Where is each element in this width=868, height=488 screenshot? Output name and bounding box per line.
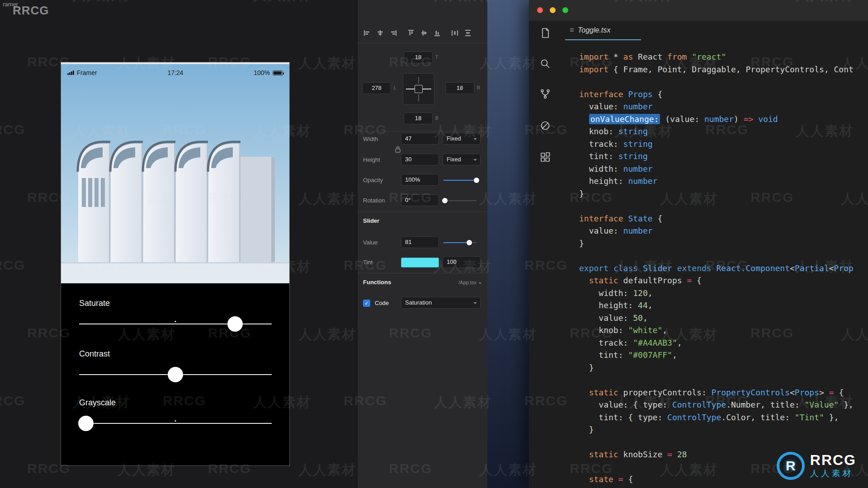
file-icon[interactable] [539,27,551,39]
code-line[interactable]: } [579,237,868,250]
axis-right-label: R [477,85,480,90]
distribute-horizontal-icon[interactable] [451,29,459,37]
code-line[interactable]: height: number [579,175,868,188]
code-line[interactable]: interface Props { [579,88,868,101]
position-bottom-input[interactable]: 18 [404,113,433,124]
code-line[interactable]: interface State { [579,212,868,225]
functions-file-select[interactable]: /App.tsx [458,280,482,285]
tint-label: Tint [363,256,373,269]
value-input[interactable]: 81 [401,236,439,248]
vscode-titlebar [529,0,868,21]
code-line[interactable]: import { Frame, Point, Draggable, Proper… [579,63,868,76]
extensions-icon[interactable] [539,151,551,163]
zoom-button[interactable] [562,7,568,13]
slider-track[interactable] [79,423,272,424]
slider-knob[interactable] [78,416,94,431]
rotation-input[interactable]: 0° [401,194,439,206]
code-line[interactable]: value: number [579,225,868,237]
code-line[interactable]: } [579,188,868,200]
code-line[interactable]: knob: "white", [579,324,868,337]
code-line[interactable]: track: string [579,138,868,150]
brand-icon: R [777,452,805,480]
align-right-icon[interactable] [389,29,397,37]
lock-icon[interactable] [395,145,401,153]
close-button[interactable] [537,7,543,13]
slider-track[interactable] [79,374,272,375]
position-left-input[interactable]: 278 [362,82,391,94]
width-mode-value: Fixed [447,135,461,142]
position-right-input[interactable]: 18 [445,82,474,94]
value-slider[interactable] [443,242,476,243]
slider-knob[interactable] [168,367,183,382]
axis-left-label: L [394,85,396,90]
code-line[interactable]: export class Slider extends React.Compon… [579,262,868,275]
slider-track[interactable] [79,324,272,324]
code-line[interactable]: value: 50, [579,312,868,324]
opacity-input[interactable]: 100% [401,174,439,186]
code-line[interactable]: tint: { type: ControlType.Color, title: … [579,411,868,424]
align-top-icon[interactable] [407,29,415,37]
slider-label: Contrast [79,349,272,359]
code-line[interactable]: } [579,361,868,374]
phone-status-bar: Framer 17:24 100% [61,64,289,78]
distribute-vertical-icon[interactable] [464,29,472,37]
width-input[interactable]: 47 [401,133,439,145]
tab-toggle-tsx[interactable]: ≡ Toggle.tsx [565,22,615,39]
axis-bottom-label: B [435,116,439,121]
slider-knob[interactable] [442,198,448,203]
signal-icon [67,70,74,75]
git-fork-icon[interactable] [539,88,551,100]
code-checkbox[interactable] [363,300,370,307]
code-line[interactable]: width: 120, [579,287,868,300]
slider-knob[interactable] [474,178,479,183]
code-line[interactable] [579,374,868,386]
align-left-icon[interactable] [363,29,371,37]
building-illustration [61,64,289,283]
align-bottom-icon[interactable] [433,29,441,37]
code-line[interactable]: height: 44, [579,299,868,312]
code-line[interactable]: import * as React from "react" [579,51,868,63]
code-line[interactable]: track: "#A4AAB3", [579,337,868,349]
slider-knob[interactable] [227,316,243,332]
code-line[interactable]: knob: string [579,125,868,138]
code-function-select[interactable]: Saturation [401,297,481,309]
rotation-slider[interactable] [443,200,476,201]
code-line[interactable] [579,200,868,212]
search-icon[interactable] [539,58,551,70]
code-line[interactable]: onValueChange: (value: number) => void [579,113,868,126]
tab-title: Toggle.tsx [578,26,610,34]
brand-name: RRCG [810,452,856,468]
height-input[interactable]: 30 [401,154,439,165]
chevron-down-icon [478,282,482,284]
align-center-horizontal-icon[interactable] [376,29,384,37]
code-line[interactable]: value: { type: ControlType.Number, title… [579,399,868,411]
width-mode-select[interactable]: Fixed [443,133,481,145]
code-editor[interactable]: import * as React from "react"import { F… [579,51,868,488]
code-line[interactable]: value: number [579,100,868,113]
position-top-input[interactable]: 18 [404,52,433,63]
code-function-value: Saturation [405,299,432,306]
axis-top-label: T [435,55,438,60]
code-line[interactable]: tint: string [579,150,868,163]
align-center-vertical-icon[interactable] [420,29,428,37]
code-line[interactable] [579,436,868,449]
slider-knob[interactable] [467,240,472,245]
constraint-widget[interactable] [403,73,434,105]
tint-color-swatch[interactable] [401,258,439,267]
code-line[interactable]: static propertyControls: PropertyControl… [579,386,868,399]
device-preview: Framer 17:24 100% SaturateContrastGraysc… [61,62,289,465]
height-mode-select[interactable]: Fixed [443,154,481,165]
code-line[interactable]: width: number [579,163,868,175]
opacity-slider[interactable] [443,180,476,181]
minimize-button[interactable] [550,7,556,13]
code-line[interactable]: static defaultProps = { [579,274,868,287]
code-line[interactable]: value: Slider.defaultProps [579,486,868,488]
code-line[interactable]: } [579,423,868,436]
blocked-icon[interactable] [539,120,551,131]
code-line[interactable] [579,75,868,88]
code-line[interactable]: tint: "#007AFF", [579,349,868,361]
width-label: Width [363,133,378,145]
tint-value-input[interactable]: 100 [443,256,481,268]
code-line[interactable] [579,249,868,262]
properties-panel: 18 T 278 L 18 R 18 B Width 47 Fixed [357,0,487,488]
